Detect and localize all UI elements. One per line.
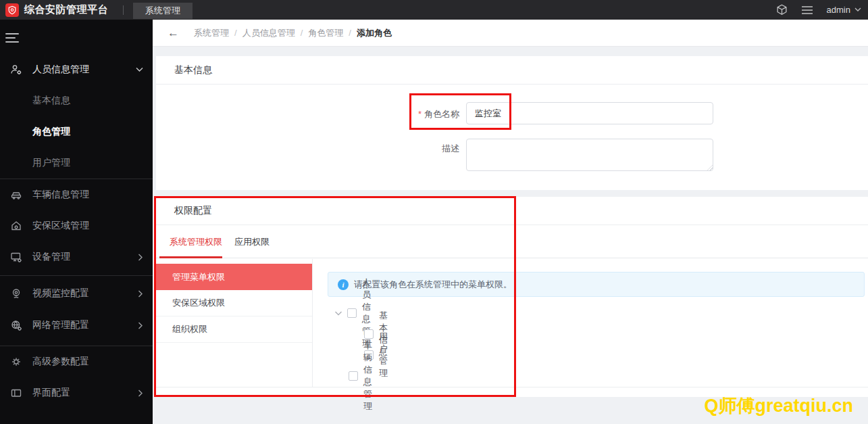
role-name-input[interactable] xyxy=(466,102,713,124)
apps-cube-icon[interactable] xyxy=(776,4,788,16)
app-logo-icon xyxy=(5,3,19,17)
sidebar-collapse-icon[interactable] xyxy=(5,29,26,47)
sidebar-item-security-area[interactable]: 安保区域管理 xyxy=(0,210,153,241)
description-textarea[interactable] xyxy=(466,139,713,171)
breadcrumb-item[interactable]: 系统管理 xyxy=(194,27,229,39)
permission-menu: 管理菜单权限 安保区域权限 组织权限 xyxy=(156,259,313,387)
screen-icon xyxy=(10,387,22,399)
menu-item-security-area-permission[interactable]: 安保区域权限 xyxy=(156,290,312,316)
breadcrumb-bar: ← 系统管理 / 人员信息管理 / 角色管理 / 添加角色 xyxy=(153,20,868,47)
menu-item-organization-permission[interactable]: 组织权限 xyxy=(156,316,312,343)
user-menu[interactable]: admin xyxy=(827,5,861,15)
menu-item-manage-menu-permission[interactable]: 管理菜单权限 xyxy=(156,264,312,290)
info-banner-text: 请配置该角色在系统管理中的菜单权限。 xyxy=(354,279,512,291)
basic-info-section: 基本信息 *角色名称 描述 xyxy=(156,56,868,190)
sidebar-item-video-surveillance[interactable]: 视频监控配置 xyxy=(0,278,153,309)
sidebar-item-network-management[interactable]: 网络管理配置 xyxy=(0,310,153,341)
main-content: ← 系统管理 / 人员信息管理 / 角色管理 / 添加角色 基本信息 *角色名称… xyxy=(153,20,868,424)
sidebar-item-user-management[interactable]: 用户管理 xyxy=(0,147,153,179)
tree-expand-caret-icon[interactable] xyxy=(334,310,342,316)
camera-icon xyxy=(10,287,22,300)
back-arrow-icon[interactable]: ← xyxy=(168,26,179,40)
sidebar-divider xyxy=(0,275,153,276)
breadcrumb-item[interactable]: 人员信息管理 xyxy=(242,27,295,39)
info-banner: i 请配置该角色在系统管理中的菜单权限。 xyxy=(328,272,865,297)
permission-config-title: 权限配置 xyxy=(174,205,212,217)
tree-row-vehicle-info: 车辆信息管理 xyxy=(349,366,372,386)
role-name-label: *角色名称 xyxy=(365,108,459,120)
top-bar: 综合安防管理平台 系统管理 admin xyxy=(0,0,868,20)
checkbox-vehicle-info[interactable] xyxy=(349,371,358,381)
tab-application-permission[interactable]: 应用权限 xyxy=(232,225,272,258)
sidebar-item-device-management[interactable]: 设备管理 xyxy=(0,241,153,273)
checkbox-personnel-info[interactable] xyxy=(347,308,357,318)
sidebar: 人员信息管理 基本信息 角色管理 用户管理 车辆信息管理 安保区域管理 设备管理 xyxy=(0,20,153,424)
home-gear-icon xyxy=(10,220,22,232)
sidebar-item-advanced-params[interactable]: 高级参数配置 xyxy=(0,346,153,377)
breadcrumb: 系统管理 / 人员信息管理 / 角色管理 / 添加角色 xyxy=(194,27,392,39)
topbar-tab-system-management[interactable]: 系统管理 xyxy=(133,3,193,19)
chevron-right-icon xyxy=(138,290,143,298)
sidebar-item-vehicle-info[interactable]: 车辆信息管理 xyxy=(0,179,153,210)
active-tab-underline xyxy=(159,256,222,258)
tree-row-personnel-info: 人员信息管理 xyxy=(334,303,371,323)
device-gear-icon xyxy=(10,251,22,263)
description-label: 描述 xyxy=(365,143,459,155)
menu-hamburger-icon[interactable] xyxy=(801,5,813,15)
watermark-text: Q师傅greatqiu.cn xyxy=(704,394,853,418)
globe-gear-icon xyxy=(10,319,22,331)
checkbox-basic-info[interactable] xyxy=(364,329,374,339)
sidebar-item-role-management[interactable]: 角色管理 xyxy=(0,116,153,147)
breadcrumb-current: 添加角色 xyxy=(357,27,392,39)
required-asterisk: * xyxy=(418,109,422,119)
user-gear-icon xyxy=(10,64,22,76)
breadcrumb-item[interactable]: 角色管理 xyxy=(308,27,343,39)
sidebar-item-interface-config[interactable]: 界面配置 xyxy=(0,377,153,408)
chevron-right-icon xyxy=(138,254,143,261)
sidebar-item-basic-info[interactable]: 基本信息 xyxy=(0,85,153,116)
info-icon: i xyxy=(338,279,349,290)
sidebar-item-personnel-info[interactable]: 人员信息管理 xyxy=(0,54,153,85)
topbar-divider xyxy=(123,5,124,15)
app-title: 综合安防管理平台 xyxy=(24,3,108,16)
tab-system-management-permission[interactable]: 系统管理权限 xyxy=(167,225,225,258)
chevron-right-icon xyxy=(138,322,143,329)
gear-icon xyxy=(10,356,22,368)
chevron-right-icon xyxy=(138,390,143,397)
permission-tabs: 系统管理权限 应用权限 xyxy=(156,225,868,258)
basic-info-title: 基本信息 xyxy=(174,64,212,76)
chevron-down-icon xyxy=(136,67,143,72)
car-icon xyxy=(10,189,22,201)
username: admin xyxy=(827,5,850,15)
permission-config-section: 权限配置 系统管理权限 应用权限 管理菜单权限 安保区域权限 组织权限 i 请配… xyxy=(156,197,868,397)
